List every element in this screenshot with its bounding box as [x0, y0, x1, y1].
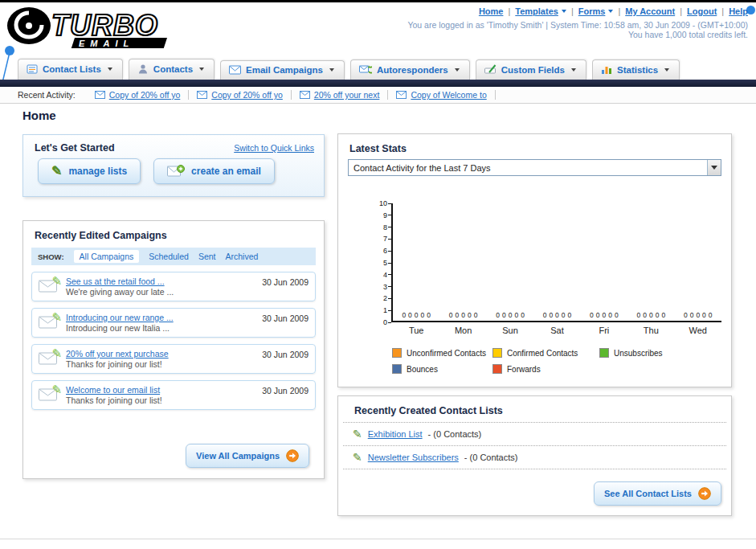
- login-info: You are logged in as 'Timothy Smith' | S…: [407, 20, 748, 30]
- chart-x-labels: TueMonSunSatFriThuWed: [393, 322, 721, 335]
- x-axis-label: Sun: [487, 326, 533, 335]
- view-all-campaigns-button[interactable]: View All Campaigns: [186, 444, 309, 468]
- chart-plot: 00000000000000000000000000000000000: [391, 203, 721, 322]
- x-axis-label: Fri: [581, 326, 627, 335]
- email-campaigns-icon: [229, 65, 241, 75]
- nav-link-forms[interactable]: Forms: [578, 6, 606, 16]
- switch-quick-links[interactable]: Switch to Quick Links: [234, 143, 314, 153]
- get-started-panel: Let's Get Started Switch to Quick Links …: [22, 134, 325, 197]
- tab-statistics[interactable]: Statistics: [592, 59, 680, 80]
- campaign-envelope-icon: ✎: [39, 314, 59, 332]
- statistics-icon: [601, 64, 612, 75]
- campaign-row[interactable]: ✎ Welcome to our email list Thanks for j…: [31, 380, 316, 410]
- custom-fields-icon: [484, 64, 497, 75]
- bar-group: 00000: [581, 203, 627, 321]
- pencil-icon: ✎: [353, 452, 362, 463]
- envelope-plus-icon: [167, 165, 185, 178]
- logo-text: TURBO: [51, 9, 158, 42]
- contact-list-link[interactable]: Exhibition List: [368, 429, 423, 439]
- tab-contacts[interactable]: Contacts: [129, 59, 215, 80]
- create-email-button[interactable]: create an email: [153, 158, 275, 184]
- filter-archived[interactable]: Archived: [225, 252, 258, 261]
- chart-legend: Unconfirmed ContactsConfirmed ContactsUn…: [392, 348, 731, 374]
- x-axis-label: Wed: [675, 326, 721, 335]
- pencil-icon: ✎: [51, 165, 62, 178]
- campaign-subtitle: Thanks for joining our list!: [66, 359, 255, 369]
- envelope-icon: [197, 91, 207, 99]
- recent-activity-item[interactable]: Copy of 20% off yo: [189, 90, 292, 100]
- stats-chart: 109876543210 000000000000000000000000000…: [338, 203, 731, 374]
- pencil-icon: ✎: [51, 275, 62, 287]
- campaign-date: 30 Jun 2009: [262, 276, 309, 287]
- filter-sent[interactable]: Sent: [198, 252, 216, 261]
- legend-item: Unsubscribes: [599, 348, 731, 358]
- campaign-title-link[interactable]: Introducing our new range ...: [66, 313, 174, 322]
- campaign-row[interactable]: ✎ Introducing our new range ... Introduc…: [31, 308, 316, 338]
- campaign-envelope-icon: ✎: [39, 278, 59, 296]
- tab-label: Contacts: [153, 64, 193, 74]
- tab-autoresponders[interactable]: Autoresponders: [350, 59, 470, 80]
- contact-lists-title: Recently Created Contact Lists: [343, 396, 726, 423]
- envelope-icon: [300, 91, 310, 99]
- campaign-date: 30 Jun 2009: [262, 384, 309, 395]
- tab-email-campaigns[interactable]: Email Campaigns: [220, 60, 345, 80]
- contact-count: - (0 Contacts): [428, 429, 482, 439]
- tab-custom-fields[interactable]: Custom Fields: [476, 59, 586, 80]
- manage-lists-button[interactable]: ✎ manage lists: [38, 158, 141, 184]
- see-all-contact-lists-button[interactable]: See All Contact Lists: [594, 481, 721, 506]
- get-started-title: Let's Get Started: [35, 142, 115, 154]
- top-nav: Home Templates Forms My Account Logout H…: [479, 6, 748, 16]
- campaign-title-link[interactable]: See us at the retail food ...: [66, 277, 165, 286]
- contacts-icon: [137, 64, 149, 75]
- recent-activity-item[interactable]: Copy of Welcome to: [388, 90, 495, 100]
- tab-label: Contact Lists: [43, 64, 101, 74]
- campaign-row[interactable]: ✎ 20% off your next purchase Thanks for …: [31, 344, 316, 374]
- campaign-date: 30 Jun 2009: [262, 312, 309, 323]
- envelope-icon: [396, 91, 407, 99]
- bar-group: 00000: [487, 203, 533, 321]
- recent-activity-label: Recent Activity:: [18, 90, 76, 100]
- x-axis-label: Sat: [533, 326, 580, 335]
- chevron-down-icon: [571, 68, 576, 72]
- nav-link-my-account[interactable]: My Account: [625, 6, 675, 16]
- tab-label: Statistics: [617, 65, 658, 75]
- credits-info: You have 1,000 total credits left.: [628, 30, 748, 39]
- nav-link-templates[interactable]: Templates: [515, 6, 558, 16]
- logo-subtext: EMAIL: [79, 39, 134, 48]
- filter-scheduled[interactable]: Scheduled: [149, 252, 189, 261]
- tab-label: Custom Fields: [501, 65, 565, 75]
- contact-list-row[interactable]: ✎ Exhibition List - (0 Contacts): [343, 423, 726, 446]
- tab-label: Email Campaigns: [246, 65, 323, 75]
- legend-item: Unconfirmed Contacts: [392, 348, 492, 358]
- campaign-row[interactable]: ✎ See us at the retail food ... We're gi…: [31, 272, 316, 301]
- envelope-icon: [95, 91, 105, 99]
- contact-list-link[interactable]: Newsletter Subscribers: [368, 453, 459, 462]
- filter-all-campaigns[interactable]: All Campaigns: [74, 250, 140, 263]
- nav-link-help[interactable]: Help: [729, 6, 748, 16]
- nav-link-home[interactable]: Home: [479, 6, 504, 16]
- arrow-right-icon: [286, 449, 299, 462]
- latest-stats-title: Latest Stats: [338, 134, 731, 159]
- bar-group: 00000: [533, 203, 580, 321]
- recent-activity-item[interactable]: Copy of 20% off yo: [87, 90, 190, 100]
- bar-group: 00000: [393, 203, 439, 321]
- arrow-right-icon: [698, 487, 711, 500]
- bar-group: 00000: [675, 203, 721, 321]
- tab-contact-lists[interactable]: Contact Lists: [18, 59, 123, 80]
- footer-divider: [0, 539, 756, 539]
- main-nav: Contact Lists Contacts Email Campaigns A…: [0, 55, 756, 80]
- campaign-list: ✎ See us at the retail food ... We're gi…: [23, 265, 324, 410]
- turbo-email-logo: TURBO EMAIL: [5, 6, 223, 49]
- pencil-icon: ✎: [353, 428, 362, 440]
- campaign-date: 30 Jun 2009: [262, 348, 309, 359]
- campaign-title-link[interactable]: Welcome to our email list: [66, 385, 160, 395]
- stats-period-select[interactable]: Contact Activity for the Last 7 Days: [348, 159, 721, 176]
- recent-activity-item[interactable]: 20% off your next: [292, 90, 389, 100]
- chevron-down-icon: [664, 68, 669, 72]
- chevron-down-icon: [108, 68, 112, 71]
- nav-link-logout[interactable]: Logout: [687, 6, 717, 16]
- contact-list-row[interactable]: ✎ Newsletter Subscribers - (0 Contacts): [343, 446, 726, 469]
- chart-y-axis: 109876543210: [370, 203, 391, 322]
- campaign-title-link[interactable]: 20% off your next purchase: [66, 349, 169, 358]
- campaign-subtitle: We're giving away our late ...: [66, 287, 255, 297]
